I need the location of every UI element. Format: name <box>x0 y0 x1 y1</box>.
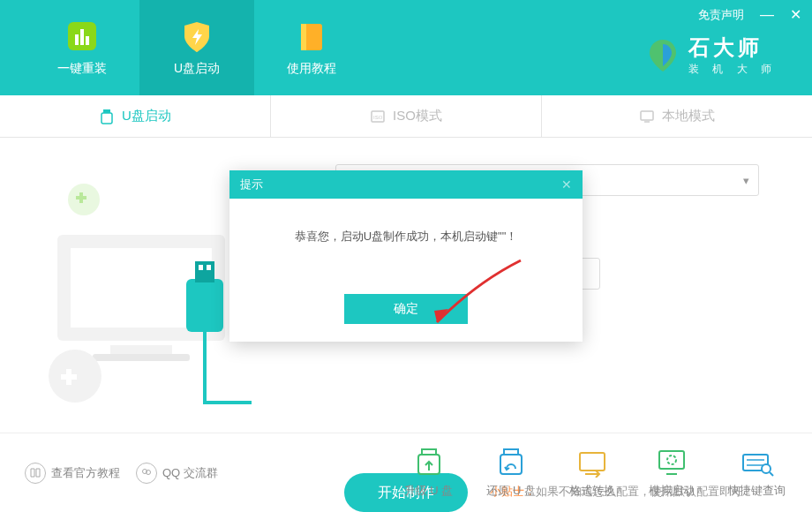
svg-line-36 <box>770 472 773 476</box>
usb-up-icon <box>411 448 447 478</box>
bar-chart-icon <box>64 19 100 54</box>
tab-label: ISO模式 <box>393 108 442 124</box>
brand-logo-icon <box>644 37 681 74</box>
svg-rect-14 <box>110 345 172 354</box>
window-controls: 免责声明 — ✕ <box>698 7 801 23</box>
brand-title: 石大师 <box>688 34 777 62</box>
book-open-icon <box>25 463 46 484</box>
svg-rect-28 <box>580 453 605 471</box>
bottom-bar: 查看官方教程 QQ 交流群 升级 U 盘 还原 U 盘 格式转换 模拟 <box>0 433 812 512</box>
minimize-button[interactable]: — <box>760 8 774 22</box>
close-button[interactable]: ✕ <box>790 8 801 22</box>
svg-rect-3 <box>86 36 89 45</box>
svg-rect-10 <box>641 111 653 120</box>
tool-label: 快捷键查询 <box>728 483 786 499</box>
tool-upgrade-usb[interactable]: 升级 U 盘 <box>404 448 454 499</box>
tool-label: 模拟启动 <box>649 483 695 499</box>
mode-tabs: U盘启动 ISO ISO模式 本地模式 <box>0 95 812 138</box>
tool-label: 格式转换 <box>569 483 615 499</box>
tab-label: 本地模式 <box>662 108 715 124</box>
svg-rect-20 <box>199 265 203 270</box>
tool-simulate-boot[interactable]: 模拟启动 <box>649 448 695 499</box>
tab-usb-boot[interactable]: U盘启动 <box>0 95 271 137</box>
tool-label: 升级 U 盘 <box>404 483 454 499</box>
svg-rect-5 <box>301 24 306 50</box>
keyboard-search-icon <box>740 448 775 478</box>
svg-rect-15 <box>93 354 190 361</box>
dialog-header: 提示 ✕ <box>229 170 583 199</box>
svg-text:ISO: ISO <box>373 115 383 120</box>
dialog-title: 提示 <box>240 177 263 192</box>
usb-icon <box>99 109 115 124</box>
book-icon <box>294 19 329 54</box>
iso-icon: ISO <box>370 109 386 124</box>
svg-rect-7 <box>102 113 112 124</box>
brand-subtitle: 装 机 大 师 <box>688 62 777 77</box>
tool-label: 还原 U 盘 <box>486 483 536 499</box>
nav-label: 一键重装 <box>57 61 107 77</box>
tab-label: U盘启动 <box>122 108 171 124</box>
monitor-play-icon <box>654 448 689 478</box>
tool-hotkey-lookup[interactable]: 快捷键查询 <box>728 448 786 499</box>
qq-group-link[interactable]: QQ 交流群 <box>136 463 218 484</box>
chevron-down-icon: ▾ <box>743 174 749 187</box>
official-tutorial-link[interactable]: 查看官方教程 <box>25 463 120 484</box>
convert-icon <box>575 448 610 478</box>
dialog-message: 恭喜您，启动U盘制作成功，本机启动键""！ <box>229 199 583 269</box>
nav-usb-boot[interactable]: U盘启动 <box>139 0 254 95</box>
svg-point-35 <box>762 464 771 473</box>
nav-tutorial[interactable]: 使用教程 <box>254 0 369 95</box>
users-icon <box>136 463 157 484</box>
usb-refresh-icon <box>493 448 529 478</box>
disclaimer-link[interactable]: 免责声明 <box>698 7 744 23</box>
tool-restore-usb[interactable]: 还原 U 盘 <box>486 448 536 499</box>
app-header: 一键重装 U盘启动 使用教程 石大师 装 机 大 师 免责声明 — ✕ <box>0 0 812 95</box>
nav-label: 使用教程 <box>287 61 336 77</box>
tab-local-mode[interactable]: 本地模式 <box>542 95 812 137</box>
help-label: QQ 交流群 <box>162 465 218 481</box>
dialog-close-button[interactable]: ✕ <box>561 177 572 192</box>
svg-rect-19 <box>195 261 214 282</box>
svg-rect-1 <box>75 34 79 45</box>
tool-format-convert[interactable]: 格式转换 <box>569 448 615 499</box>
monitor-icon <box>639 109 655 124</box>
nav-reinstall[interactable]: 一键重装 <box>25 0 139 95</box>
svg-rect-2 <box>80 29 84 45</box>
svg-rect-29 <box>659 451 684 469</box>
success-dialog: 提示 ✕ 恭喜您，启动U盘制作成功，本机启动键""！ 确定 <box>229 170 583 342</box>
tab-iso-mode[interactable]: ISO ISO模式 <box>271 95 542 137</box>
brand: 石大师 装 机 大 师 <box>644 34 777 77</box>
svg-rect-21 <box>207 265 211 270</box>
svg-point-30 <box>667 456 676 464</box>
main-nav: 一键重装 U盘启动 使用教程 <box>0 0 369 95</box>
ok-label: 确定 <box>394 301 418 317</box>
dialog-ok-button[interactable]: 确定 <box>344 294 468 324</box>
nav-label: U盘启动 <box>174 61 220 77</box>
svg-rect-18 <box>186 279 223 332</box>
shield-bolt-icon <box>179 19 214 54</box>
help-label: 查看官方教程 <box>51 465 120 481</box>
